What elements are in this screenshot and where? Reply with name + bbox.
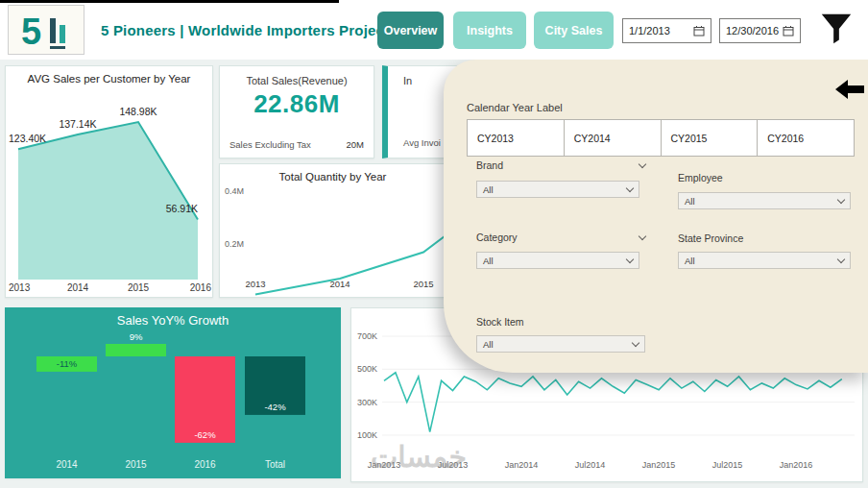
svg-text:56.91K: 56.91K [166, 203, 198, 214]
chevron-down-icon [837, 255, 845, 262]
filter-label-employee[interactable]: Employee [678, 172, 856, 183]
svg-text:137.14K: 137.14K [59, 118, 96, 130]
filter-label-text: Brand [476, 159, 503, 171]
state-province-dropdown[interactable]: All [678, 252, 851, 269]
filter-label-state-province[interactable]: State Province [678, 232, 856, 244]
header: 5 5 Pioneers | Worldwide Importers Proje… [0, 0, 868, 60]
back-arrow-icon [835, 79, 864, 100]
calendar-year-label: Calendar Year Label [467, 102, 563, 113]
svg-text:5: 5 [21, 12, 41, 51]
dashboard-screen: 5 5 Pioneers | Worldwide Importers Proje… [0, 0, 868, 488]
back-arrow-button[interactable] [835, 79, 864, 103]
svg-text:2014: 2014 [56, 459, 78, 470]
employee-dropdown[interactable]: All [678, 192, 851, 209]
date-to-input[interactable]: 12/30/2016 [719, 18, 801, 43]
chevron-down-icon [837, 195, 845, 203]
kpi-sub-label: Avg Invoi [403, 137, 441, 148]
tab-city-sales[interactable]: City Sales [534, 12, 614, 49]
svg-text:500K: 500K [357, 364, 377, 374]
filter-button[interactable] [812, 8, 860, 52]
kpi-sub-label: Sales Excluding Tax [229, 139, 311, 150]
app-logo: 5 [8, 5, 84, 55]
chevron-down-icon [626, 183, 634, 191]
svg-text:2016: 2016 [190, 282, 212, 293]
svg-text:0.4M: 0.4M [225, 186, 244, 196]
tab-insights[interactable]: Insights [453, 12, 526, 49]
svg-text:148.98K: 148.98K [119, 106, 157, 117]
svg-text:2015: 2015 [413, 279, 433, 289]
calendar-icon [693, 25, 705, 37]
category-dropdown[interactable]: All [476, 252, 639, 269]
svg-text:Jul2015: Jul2015 [712, 460, 743, 470]
dropdown-value: All [685, 256, 695, 266]
card-avg-sales-per-customer: AVG Sales per Customer by Year 123.40K13… [5, 65, 213, 298]
year-option-cy2013[interactable]: CY2013 [468, 120, 565, 156]
year-option-cy2014[interactable]: CY2014 [565, 120, 662, 156]
year-option-cy2016[interactable]: CY2016 [758, 120, 854, 156]
svg-text:-42%: -42% [264, 402, 286, 412]
top-strip [0, 0, 339, 3]
kpi-title: Total Sales(Revenue) [220, 66, 374, 86]
calendar-icon [783, 25, 794, 37]
date-from-input[interactable]: 1/1/2013 [622, 18, 711, 43]
chevron-down-icon [626, 255, 634, 262]
svg-text:100K: 100K [357, 430, 377, 440]
svg-text:Jul2014: Jul2014 [575, 460, 606, 470]
date-from-value: 1/1/2013 [629, 25, 670, 37]
filter-label-stock-item[interactable]: Stock Item [476, 316, 645, 328]
svg-text:Jan2015: Jan2015 [642, 460, 676, 470]
brand-dropdown[interactable]: All [476, 181, 639, 198]
svg-text:2014: 2014 [67, 282, 89, 293]
tab-overview[interactable]: Overview [377, 12, 444, 49]
filter-label-category[interactable]: Category [476, 232, 645, 243]
yoy-bar-chart[interactable]: -11%20149%2015-62%2016-42%Total [5, 307, 341, 478]
dropdown-value: All [483, 184, 494, 195]
stock-item-dropdown[interactable]: All [476, 335, 645, 353]
dropdown-value: All [483, 339, 494, 350]
svg-text:Total: Total [265, 459, 285, 470]
avg-sales-area-chart[interactable]: 123.40K137.14K148.98K56.91K2013201420152… [6, 66, 214, 299]
svg-text:2015: 2015 [128, 282, 150, 293]
watermark: خمسات [371, 440, 467, 474]
filter-label-text: Category [476, 232, 518, 243]
kpi-subrow: Sales Excluding Tax 20M [229, 139, 364, 150]
chevron-down-icon [639, 159, 646, 167]
kpi-sub-value: 20M [347, 139, 364, 150]
dropdown-value: All [685, 196, 695, 207]
page-title: 5 Pioneers | Worldwide Importers Project [101, 0, 389, 60]
date-to-value: 12/30/2016 [726, 25, 779, 37]
calendar-year-slicer: CY2013 CY2014 CY2015 CY2016 [467, 119, 855, 157]
chevron-down-icon [639, 232, 646, 239]
svg-text:700K: 700K [357, 331, 377, 341]
svg-text:123.40K: 123.40K [9, 133, 46, 144]
svg-text:Jan2016: Jan2016 [780, 460, 813, 470]
svg-text:2016: 2016 [194, 459, 216, 470]
svg-text:-62%: -62% [194, 429, 216, 440]
svg-text:2014: 2014 [329, 279, 350, 289]
svg-text:300K: 300K [357, 398, 377, 407]
filter-label-text: State Province [678, 232, 743, 244]
svg-text:2013: 2013 [9, 282, 31, 293]
filter-label-brand[interactable]: Brand [476, 159, 645, 171]
filter-label-text: Stock Item [476, 316, 524, 328]
chevron-down-icon [632, 338, 639, 346]
logo-graphic: 5 [17, 9, 75, 51]
svg-text:2013: 2013 [245, 279, 265, 289]
svg-text:Jan2014: Jan2014 [505, 460, 539, 470]
svg-text:9%: 9% [130, 331, 143, 342]
card-yoy-growth: Sales YoY% Growth -11%20149%2015-62%2016… [5, 307, 341, 478]
dropdown-value: All [483, 256, 494, 266]
card-total-sales: Total Sales(Revenue) 22.86M Sales Exclud… [219, 65, 374, 159]
funnel-icon [818, 11, 855, 49]
svg-text:0.2M: 0.2M [225, 239, 244, 249]
year-option-cy2015[interactable]: CY2015 [662, 120, 759, 156]
filter-panel: Calendar Year Label CY2013 CY2014 CY2015… [444, 60, 868, 373]
svg-text:-11%: -11% [57, 358, 78, 369]
svg-text:2015: 2015 [125, 459, 147, 470]
filter-label-text: Employee [678, 172, 723, 183]
kpi-value: 22.86M [220, 89, 374, 119]
